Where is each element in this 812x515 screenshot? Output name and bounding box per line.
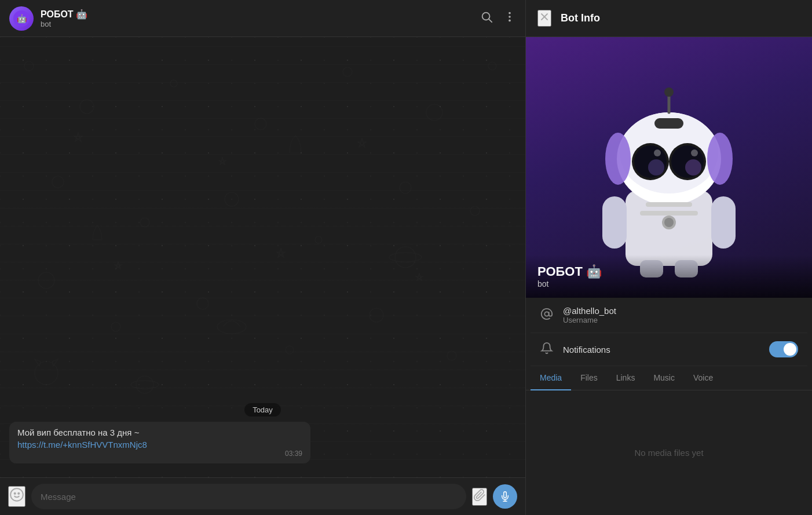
username-label: Username bbox=[563, 316, 798, 324]
chat-header: 🤖 РОБОТ 🤖 bot bbox=[0, 0, 525, 37]
side-panel-title: Bot Info bbox=[561, 12, 600, 24]
bot-name-overlay: РОБОТ 🤖 bot bbox=[526, 255, 812, 298]
close-button[interactable] bbox=[537, 10, 551, 27]
svg-point-47 bbox=[707, 133, 733, 185]
svg-point-60 bbox=[664, 218, 674, 227]
header-title-group: РОБОТ 🤖 bot bbox=[41, 9, 473, 28]
tab-links[interactable]: Links bbox=[607, 366, 645, 390]
message-time: 03:39 bbox=[17, 450, 302, 458]
notifications-row: Notifications bbox=[531, 333, 807, 366]
at-icon bbox=[540, 308, 554, 323]
info-section: @althello_bot Username Notifications bbox=[526, 298, 812, 366]
message-bubble: Мой вип бесплатно на 3 дня ~ https://t.m… bbox=[9, 422, 310, 463]
svg-point-45 bbox=[664, 87, 674, 97]
side-panel-header: Bot Info bbox=[526, 0, 812, 37]
chat-input-area bbox=[0, 477, 525, 515]
chat-bot-subtitle: bot bbox=[41, 20, 473, 28]
svg-point-33 bbox=[14, 493, 16, 494]
message-text: Мой вип бесплатно на 3 дня ~ bbox=[17, 428, 302, 437]
search-icon[interactable] bbox=[480, 10, 493, 26]
svg-rect-57 bbox=[646, 202, 692, 207]
svg-point-4 bbox=[509, 12, 511, 14]
date-divider: Today bbox=[9, 404, 516, 415]
tab-voice[interactable]: Voice bbox=[684, 366, 722, 390]
bot-profile-image: РОБОТ 🤖 bot bbox=[526, 37, 812, 298]
svg-point-54 bbox=[685, 159, 701, 176]
tab-media[interactable]: Media bbox=[531, 366, 571, 390]
svg-point-5 bbox=[509, 16, 511, 18]
svg-line-3 bbox=[489, 19, 492, 22]
svg-point-50 bbox=[648, 159, 664, 176]
svg-rect-41 bbox=[711, 196, 736, 249]
notifications-toggle[interactable] bbox=[769, 341, 798, 357]
tabs-bar: Media Files Links Music Voice bbox=[526, 366, 812, 390]
svg-point-32 bbox=[10, 488, 23, 501]
attach-button[interactable] bbox=[472, 488, 487, 506]
svg-point-51 bbox=[654, 149, 661, 156]
notifications-label: Notifications bbox=[563, 345, 760, 355]
username-content: @althello_bot Username bbox=[563, 306, 798, 324]
media-empty: No media files yet bbox=[526, 390, 812, 515]
side-panel: Bot Info bbox=[525, 0, 812, 515]
mic-button[interactable] bbox=[493, 484, 517, 509]
svg-point-55 bbox=[691, 149, 698, 156]
toggle-knob bbox=[784, 343, 796, 356]
svg-rect-56 bbox=[654, 118, 683, 129]
chat-bot-name: РОБОТ 🤖 bbox=[41, 9, 473, 20]
header-icons bbox=[480, 10, 516, 26]
svg-point-63 bbox=[544, 312, 548, 316]
bell-icon bbox=[540, 342, 554, 357]
chat-messages: Today Мой вип бесплатно на 3 дня ~ https… bbox=[0, 37, 525, 477]
emoji-button[interactable] bbox=[8, 486, 25, 507]
tab-music[interactable]: Music bbox=[644, 366, 684, 390]
notifications-content: Notifications bbox=[563, 345, 760, 355]
svg-rect-40 bbox=[602, 196, 627, 249]
avatar: 🤖 bbox=[9, 6, 34, 31]
bot-display-name: РОБОТ 🤖 bbox=[537, 264, 800, 279]
more-options-icon[interactable] bbox=[503, 10, 516, 26]
svg-text:🤖: 🤖 bbox=[17, 14, 27, 24]
svg-point-46 bbox=[605, 133, 631, 185]
username-row: @althello_bot Username bbox=[531, 298, 807, 333]
bot-tag: bot bbox=[537, 279, 800, 288]
tab-files[interactable]: Files bbox=[571, 366, 607, 390]
svg-rect-58 bbox=[640, 211, 698, 216]
message-link[interactable]: https://t.me/+knnSfHVVTnxmNjc8 bbox=[17, 440, 302, 450]
media-empty-text: No media files yet bbox=[634, 448, 703, 458]
svg-point-34 bbox=[18, 493, 19, 494]
svg-point-6 bbox=[509, 20, 511, 22]
message-input[interactable] bbox=[31, 484, 466, 509]
username-value: @althello_bot bbox=[563, 306, 798, 316]
